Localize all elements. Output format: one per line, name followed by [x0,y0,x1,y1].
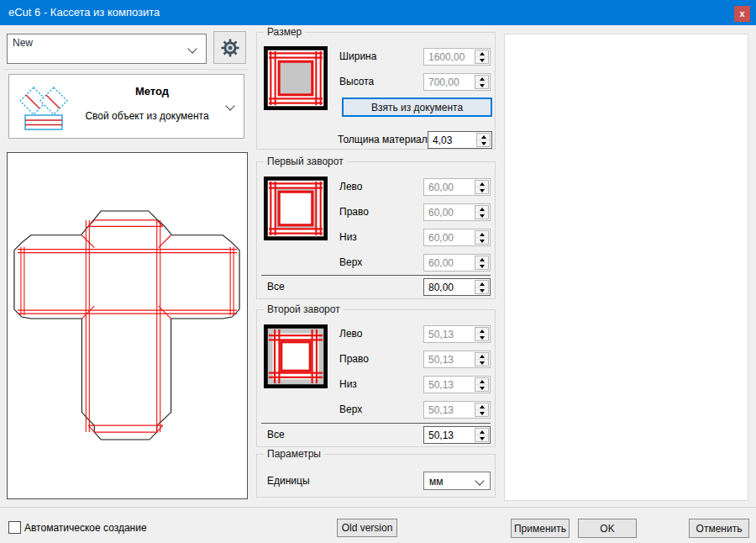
fold2-bottom-value: 50,13 [424,377,474,393]
fold1-left-value: 60,00 [424,179,474,195]
method-icon [16,83,71,132]
spinner-buttons[interactable] [475,327,489,341]
fold1-all-value: 80,00 [424,279,474,295]
title-bar[interactable]: eCut 6 - Кассета из композита x [0,0,756,25]
all-label: Все [267,429,285,440]
spin-down-icon[interactable] [475,409,488,416]
spin-up-icon[interactable] [475,206,488,212]
auto-create-checkbox[interactable] [8,521,21,534]
spin-down-icon[interactable] [477,140,490,146]
spin-down-icon[interactable] [475,237,488,244]
spin-up-icon[interactable] [477,134,490,140]
spinner-buttons[interactable] [475,352,489,366]
group-first-fold: Первый заворот Лево 60,00 Право 60,00 [256,161,496,299]
take-from-document-button[interactable]: Взять из документа [342,98,492,117]
spin-up-icon[interactable] [475,328,488,334]
close-icon[interactable]: x [734,6,750,22]
spinner-buttons[interactable] [475,180,489,194]
spinner-buttons[interactable] [475,377,489,392]
fold2-right-input[interactable]: 50,13 [423,351,491,368]
fold1-all-input[interactable]: 80,00 [423,278,491,296]
spin-up-icon[interactable] [475,403,488,409]
fold1-left-input[interactable]: 60,00 [423,178,491,196]
right-label: Право [339,206,369,218]
spinner-buttons[interactable] [475,403,489,417]
cassette-unfold-drawing [8,153,247,498]
spin-up-icon[interactable] [475,353,488,359]
method-title: Метод [76,85,228,98]
fold1-bottom-value: 60,00 [424,229,474,245]
spin-up-icon[interactable] [475,378,488,384]
units-combobox[interactable]: мм [423,472,491,490]
fold1-top-value: 60,00 [424,255,474,271]
apply-button[interactable]: Применить [511,519,570,538]
spin-up-icon[interactable] [475,181,488,187]
spinner-buttons[interactable] [476,133,491,147]
left-label: Лево [339,328,362,340]
left-label: Лево [339,181,362,192]
spin-up-icon[interactable] [475,429,488,435]
fold2-all-input[interactable]: 50,13 [423,426,491,444]
divider [4,69,248,70]
layout-preview [7,152,248,499]
spin-up-icon[interactable] [475,256,488,262]
group-size: Размер Ширина 1600,00 Высота 700,00 [256,32,496,150]
fold2-all-value: 50,13 [424,427,474,443]
spin-up-icon[interactable] [475,231,488,237]
width-input[interactable]: 1600,00 [423,48,491,66]
height-input[interactable]: 700,00 [423,73,491,91]
dialog-window: eCut 6 - Кассета из композита x New [0,0,756,543]
group-first-fold-label: Первый заворот [264,156,347,167]
spin-up-icon[interactable] [475,50,488,56]
thickness-input[interactable]: 4,03 [428,131,492,149]
preset-value: New [13,37,33,49]
cancel-button[interactable]: Отменить [689,519,749,538]
spin-down-icon[interactable] [475,56,488,63]
result-panel [504,34,748,501]
units-value: мм [429,476,444,488]
group-size-label: Размер [264,26,305,38]
chevron-down-icon [187,44,197,53]
group-second-fold-label: Второй заворот [264,303,344,315]
spinner-buttons[interactable] [475,230,489,245]
ok-button[interactable]: OK [578,519,637,538]
fold2-top-input[interactable]: 50,13 [423,401,491,419]
thickness-label: Толщина материала [338,134,433,145]
spin-up-icon[interactable] [475,281,488,287]
group-params: Параметры Единицы мм [256,454,496,498]
gear-icon [218,36,242,60]
spinner-buttons[interactable] [475,205,489,219]
spin-down-icon[interactable] [475,334,488,340]
spin-down-icon[interactable] [475,262,488,269]
spin-down-icon[interactable] [475,187,488,193]
units-label: Единицы [267,475,310,487]
height-label: Высота [339,76,374,87]
method-selector[interactable]: Метод Свой объект из документа [8,74,244,139]
spin-up-icon[interactable] [475,76,488,82]
chevron-down-icon [225,101,234,110]
preset-combobox[interactable]: New [7,34,207,64]
fold1-top-input[interactable]: 60,00 [423,254,491,272]
fold2-left-input[interactable]: 50,13 [423,325,491,343]
group-params-label: Параметры [264,448,324,460]
spinner-buttons[interactable] [475,50,489,64]
fold2-top-value: 50,13 [424,402,474,418]
spin-down-icon[interactable] [475,359,488,366]
spinner-buttons[interactable] [475,428,489,442]
old-version-button[interactable]: Old version [337,519,397,537]
fold1-bottom-input[interactable]: 60,00 [423,229,491,246]
bottom-label: Низ [339,231,357,243]
spinner-buttons[interactable] [475,75,489,89]
settings-button[interactable] [213,31,246,64]
spin-down-icon[interactable] [475,384,488,391]
spin-down-icon[interactable] [475,435,488,441]
fold2-bottom-input[interactable]: 50,13 [423,376,491,393]
window-title: eCut 6 - Кассета из композита [8,0,160,25]
spin-down-icon[interactable] [475,287,488,293]
right-label: Право [339,353,369,365]
spinner-buttons[interactable] [475,280,489,294]
spinner-buttons[interactable] [475,256,489,270]
fold1-right-input[interactable]: 60,00 [423,203,491,221]
spin-down-icon[interactable] [475,212,488,219]
spin-down-icon[interactable] [475,82,488,88]
